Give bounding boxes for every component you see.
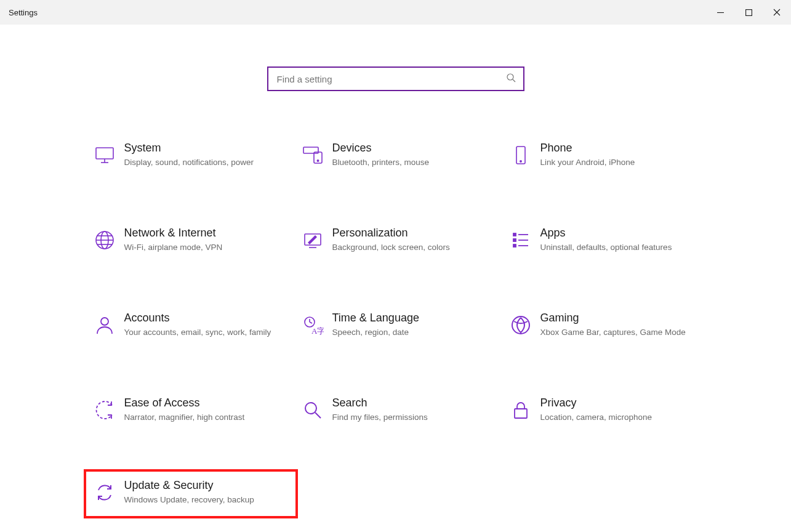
tile-title: Gaming: [540, 312, 694, 324]
tile-network[interactable]: Network & Internet Wi-Fi, airplane mode,…: [85, 224, 291, 256]
devices-icon: [302, 144, 324, 169]
tile-desc: Wi-Fi, airplane mode, VPN: [124, 242, 278, 253]
tile-accounts[interactable]: Accounts Your accounts, email, sync, wor…: [85, 309, 291, 341]
time-language-icon: A字: [302, 314, 324, 339]
tile-title: Time & Language: [332, 312, 486, 324]
search-category-icon: [302, 399, 324, 424]
tile-desc: Background, lock screen, colors: [332, 242, 486, 253]
window-controls: [706, 0, 791, 25]
tile-desc: Link your Android, iPhone: [540, 157, 694, 168]
svg-point-27: [101, 318, 108, 325]
svg-line-5: [513, 79, 515, 82]
tile-desc: Your accounts, email, sync, work, family: [124, 327, 278, 338]
settings-grid: System Display, sound, notifications, po…: [85, 139, 707, 506]
tile-title: Accounts: [124, 312, 278, 324]
search-box[interactable]: [267, 66, 524, 91]
close-button[interactable]: [763, 0, 791, 25]
tile-phone[interactable]: Phone Link your Android, iPhone: [501, 139, 707, 171]
tile-update[interactable]: Update & Security Windows Update, recove…: [85, 470, 297, 517]
search-input[interactable]: [277, 74, 506, 84]
minimize-button[interactable]: [706, 0, 734, 25]
tile-gaming[interactable]: Gaming Xbox Game Bar, captures, Game Mod…: [501, 309, 707, 341]
tile-search[interactable]: Search Find my files, permissions: [293, 394, 499, 426]
phone-icon: [510, 144, 532, 169]
svg-rect-23: [513, 239, 516, 241]
tile-title: Devices: [332, 142, 486, 155]
tile-desc: Narrator, magnifier, high contrast: [124, 412, 278, 423]
tile-desc: Windows Update, recovery, backup: [124, 494, 284, 506]
search-icon: [506, 73, 516, 85]
tile-desc: Display, sound, notifications, power: [124, 157, 278, 168]
svg-line-34: [315, 413, 321, 418]
tile-title: Apps: [540, 227, 694, 240]
svg-point-32: [512, 316, 529, 334]
tile-apps[interactable]: Apps Uninstall, defaults, optional featu…: [501, 224, 707, 256]
tile-title: Search: [332, 397, 486, 409]
tile-title: Privacy: [540, 397, 694, 409]
tile-title: System: [124, 142, 278, 155]
tile-privacy[interactable]: Privacy Location, camera, microphone: [501, 394, 707, 426]
tile-title: Personalization: [332, 227, 486, 240]
tile-desc: Xbox Game Bar, captures, Game Mode: [540, 327, 694, 338]
tile-desc: Find my files, permissions: [332, 412, 486, 423]
tile-ease[interactable]: Ease of Access Narrator, magnifier, high…: [85, 394, 291, 426]
tile-devices[interactable]: Devices Bluetooth, printers, mouse: [293, 139, 499, 171]
globe-icon: [94, 229, 116, 254]
svg-rect-1: [745, 9, 752, 15]
svg-point-4: [507, 74, 513, 80]
accounts-icon: [94, 314, 116, 339]
svg-rect-6: [96, 148, 113, 159]
personalization-icon: [302, 229, 324, 254]
svg-rect-25: [513, 244, 516, 247]
tile-title: Phone: [540, 142, 694, 155]
svg-text:A字: A字: [311, 326, 324, 336]
maximize-button[interactable]: [734, 0, 763, 25]
apps-icon: [510, 229, 532, 254]
tile-desc: Uninstall, defaults, optional features: [540, 242, 694, 253]
svg-rect-21: [513, 233, 516, 236]
gaming-icon: [510, 314, 532, 339]
tile-desc: Location, camera, microphone: [540, 412, 694, 423]
lock-icon: [510, 399, 532, 424]
tile-title: Update & Security: [124, 479, 284, 492]
svg-point-11: [317, 160, 318, 161]
tile-system[interactable]: System Display, sound, notifications, po…: [85, 139, 291, 171]
ease-of-access-icon: [94, 399, 116, 424]
tile-personalization[interactable]: Personalization Background, lock screen,…: [293, 224, 499, 256]
svg-line-30: [310, 322, 312, 323]
tile-desc: Speech, region, date: [332, 327, 486, 338]
window-title: Settings: [9, 8, 38, 17]
update-icon: [94, 482, 116, 506]
tile-time[interactable]: A字 Time & Language Speech, region, date: [293, 309, 499, 341]
svg-point-33: [305, 403, 316, 414]
svg-rect-35: [515, 409, 527, 418]
titlebar: Settings: [0, 0, 791, 25]
system-icon: [94, 144, 116, 169]
tile-title: Ease of Access: [124, 397, 278, 409]
tile-title: Network & Internet: [124, 227, 278, 240]
svg-point-13: [520, 161, 521, 162]
tile-desc: Bluetooth, printers, mouse: [332, 157, 486, 168]
